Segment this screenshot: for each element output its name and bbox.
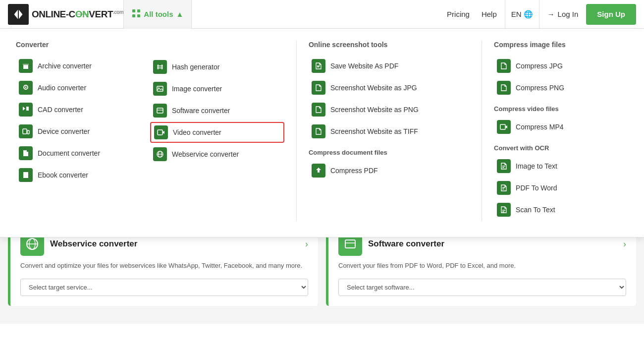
menu-item-video[interactable]: Video converter bbox=[150, 122, 284, 143]
software-card-arrow: › bbox=[623, 239, 626, 249]
svg-rect-5 bbox=[23, 129, 27, 134]
menu-item-archive[interactable]: Archive converter bbox=[16, 56, 150, 76]
image-icon bbox=[153, 82, 167, 96]
compress-png-icon bbox=[497, 81, 511, 95]
menu-item-screenshot-png[interactable]: Screenshot Website as PNG bbox=[309, 99, 470, 120]
software-icon bbox=[153, 104, 167, 118]
svg-rect-1 bbox=[132, 9, 135, 12]
menu-item-compress-pdf[interactable]: Compress PDF bbox=[309, 160, 470, 181]
menu-col-converter-right: Hash generator Image converter Software … bbox=[150, 41, 284, 221]
menu-label-video: Video converter bbox=[173, 128, 221, 136]
menu-label-software: Software converter bbox=[172, 107, 230, 115]
svg-rect-3 bbox=[132, 14, 135, 17]
menu-col-compress: Compress image files Compress JPG Compre… bbox=[494, 41, 628, 221]
software-select[interactable]: Select target software... bbox=[338, 279, 626, 296]
header-nav: Pricing Help bbox=[447, 10, 497, 18]
menu-label-compress-mp4: Compress MP4 bbox=[516, 123, 563, 131]
menu-item-scan-to-text[interactable]: Scan To Text bbox=[494, 199, 628, 220]
pricing-link[interactable]: Pricing bbox=[447, 10, 470, 18]
menu-item-compress-jpg[interactable]: Compress JPG bbox=[494, 56, 628, 76]
webservice-card-title: Webservice converter bbox=[50, 239, 137, 249]
screenshot-title: Online screenshot tools bbox=[309, 41, 470, 49]
menu-label-compress-png: Compress PNG bbox=[516, 84, 564, 92]
menu-item-compress-png[interactable]: Compress PNG bbox=[494, 77, 628, 98]
pdf-to-word-icon bbox=[497, 181, 511, 195]
globe-icon: 🌐 bbox=[524, 10, 533, 19]
webservice-icon bbox=[153, 147, 167, 161]
menu-label-save-pdf: Save Website As PDF bbox=[330, 62, 398, 70]
video-icon bbox=[154, 125, 168, 139]
menu-label-screenshot-tiff: Screenshot Website as TIFF bbox=[330, 127, 418, 135]
device-icon bbox=[19, 124, 33, 138]
compress-video-title: Compress video files bbox=[494, 105, 628, 113]
menu-divider-2 bbox=[482, 41, 482, 221]
image-to-text-icon bbox=[497, 159, 511, 173]
menu-col-screenshot: Online screenshot tools Save Website As … bbox=[309, 41, 470, 221]
dropdown-menu: Converter Archive converter Audio conver… bbox=[0, 29, 644, 238]
compress-jpg-icon bbox=[497, 59, 511, 73]
lang-label: EN bbox=[511, 10, 522, 18]
menu-label-compress-pdf: Compress PDF bbox=[330, 167, 378, 175]
document-icon bbox=[19, 146, 33, 160]
signup-button[interactable]: Sign Up bbox=[586, 4, 636, 25]
svg-rect-9 bbox=[157, 108, 163, 113]
ebook-icon bbox=[19, 168, 33, 182]
webservice-card-arrow: › bbox=[305, 239, 308, 249]
webservice-card-desc: Convert and optimize your files for webs… bbox=[20, 261, 308, 271]
chevron-up-icon: ▲ bbox=[176, 10, 184, 18]
menu-item-software[interactable]: Software converter bbox=[150, 100, 284, 121]
ocr-title: Convert with OCR bbox=[494, 144, 628, 152]
menu-item-hash[interactable]: Hash generator bbox=[150, 57, 284, 77]
compress-mp4-icon bbox=[497, 120, 511, 134]
audio-icon bbox=[19, 81, 33, 95]
menu-item-document[interactable]: Document converter bbox=[16, 143, 150, 164]
cad-icon bbox=[19, 103, 33, 117]
menu-item-audio[interactable]: Audio converter bbox=[16, 77, 150, 98]
menu-label-ebook: Ebook converter bbox=[38, 171, 88, 179]
menu-item-ebook[interactable]: Ebook converter bbox=[16, 165, 150, 185]
all-tools-button[interactable]: All tools ▲ bbox=[123, 0, 192, 29]
language-button[interactable]: EN 🌐 bbox=[505, 0, 539, 29]
menu-label-compress-jpg: Compress JPG bbox=[516, 62, 563, 70]
compress-doc-title: Compress document files bbox=[309, 149, 470, 156]
login-arrow-icon: → bbox=[547, 10, 555, 18]
all-tools-label: All tools bbox=[144, 10, 173, 18]
menu-item-pdf-to-word[interactable]: PDF To Word bbox=[494, 178, 628, 198]
menu-label-document: Document converter bbox=[38, 149, 100, 157]
menu-item-cad[interactable]: CAD converter bbox=[16, 99, 150, 120]
menu-item-image[interactable]: Image converter bbox=[150, 78, 284, 99]
menu-divider-1 bbox=[296, 41, 297, 221]
login-button[interactable]: → Log In bbox=[539, 10, 587, 18]
converter-title: Converter bbox=[16, 41, 150, 49]
menu-item-save-pdf[interactable]: Save Website As PDF bbox=[309, 56, 470, 76]
menu-label-hash: Hash generator bbox=[172, 63, 220, 71]
screenshot-jpg-icon bbox=[312, 81, 325, 95]
menu-col-converter-left: Converter Archive converter Audio conver… bbox=[16, 41, 150, 221]
menu-item-compress-mp4[interactable]: Compress MP4 bbox=[494, 117, 628, 137]
menu-item-image-to-text[interactable]: Image to Text bbox=[494, 156, 628, 177]
svg-rect-7 bbox=[157, 86, 163, 91]
menu-label-cad: CAD converter bbox=[38, 106, 83, 114]
menu-item-device[interactable]: Device converter bbox=[16, 121, 150, 142]
svg-rect-19 bbox=[345, 240, 355, 248]
menu-label-scan-to-text: Scan To Text bbox=[516, 206, 555, 214]
svg-rect-6 bbox=[27, 130, 29, 134]
logo-text: ONLINE-CONVERT.com bbox=[32, 9, 123, 20]
menu-label-audio: Audio converter bbox=[38, 84, 86, 92]
svg-rect-4 bbox=[137, 14, 140, 17]
webservice-service-select[interactable]: Select target service... bbox=[20, 279, 308, 296]
svg-rect-15 bbox=[500, 124, 505, 129]
help-link[interactable]: Help bbox=[482, 10, 497, 18]
menu-label-screenshot-png: Screenshot Website as PNG bbox=[330, 106, 419, 114]
menu-label-image: Image converter bbox=[172, 85, 222, 93]
login-label: Log In bbox=[558, 10, 579, 18]
menu-label-screenshot-jpg: Screenshot Website as JPG bbox=[330, 84, 417, 92]
menu-item-screenshot-jpg[interactable]: Screenshot Website as JPG bbox=[309, 77, 470, 98]
menu-label-image-to-text: Image to Text bbox=[516, 162, 557, 170]
menu-label-archive: Archive converter bbox=[38, 62, 92, 70]
menu-item-screenshot-tiff[interactable]: Screenshot Website as TIFF bbox=[309, 121, 470, 142]
header: ONLINE-CONVERT.com All tools ▲ Pricing H… bbox=[0, 0, 644, 29]
software-card-title: Software converter bbox=[368, 239, 444, 249]
compress-pdf-icon bbox=[312, 164, 325, 178]
menu-item-webservice[interactable]: Webservice converter bbox=[150, 144, 284, 165]
